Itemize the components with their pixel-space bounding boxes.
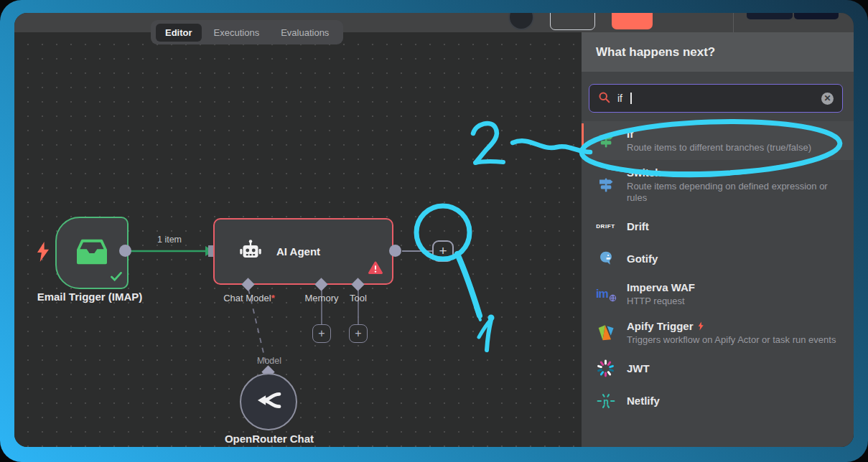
screenshot-stage: Email Trigger (IMAP) 1 item AI Agent + C… — [0, 0, 868, 462]
app-window: Email Trigger (IMAP) 1 item AI Agent + C… — [14, 13, 854, 447]
node-item-name: Apify Trigger — [627, 320, 836, 332]
tab-evaluations[interactable]: Evaluations — [271, 24, 338, 42]
email-trigger-node[interactable] — [55, 217, 129, 289]
check-icon — [111, 271, 122, 284]
ai-agent-title: AI Agent — [276, 245, 320, 258]
robot-icon — [238, 238, 263, 265]
gotify-icon — [596, 249, 615, 268]
netlify-icon: n — [596, 391, 615, 410]
openrouter-node-label: OpenRouter Chat Model — [212, 432, 327, 447]
node-list-item[interactable]: nNetlify — [582, 385, 854, 417]
text-caret — [630, 93, 632, 104]
avatar[interactable] — [508, 13, 534, 30]
agent-output-connector[interactable] — [389, 245, 401, 257]
add-tool-button[interactable]: + — [349, 324, 368, 343]
lightning-bolt-icon — [34, 241, 52, 265]
svg-text:n: n — [603, 396, 609, 406]
node-item-name: Switch — [627, 166, 842, 179]
jwt-icon — [596, 359, 615, 378]
node-item-description: Route items to different branches (true/… — [627, 142, 811, 154]
search-icon — [598, 91, 610, 106]
header-dark-button-left[interactable] — [747, 13, 793, 19]
trigger-bolt-icon — [694, 320, 705, 332]
model-port-label: Model — [241, 356, 298, 366]
node-list-item[interactable]: imImperva WAFHTTP request — [582, 275, 854, 314]
header-dark-button-right[interactable] — [794, 13, 839, 19]
node-item-description: HTTP request — [627, 296, 695, 307]
node-item-name: JWT — [627, 362, 650, 374]
node-item-name: Gotify — [627, 253, 658, 265]
add-memory-button[interactable]: + — [312, 324, 331, 343]
secondary-action-button[interactable] — [550, 13, 595, 30]
node-list-item[interactable]: JWT — [582, 352, 854, 385]
clear-circle-icon[interactable]: ✕ — [821, 93, 834, 105]
tab-executions[interactable]: Executions — [205, 24, 269, 42]
node-item-name: Imperva WAF — [627, 281, 695, 293]
tool-port-label: Tool — [341, 293, 375, 303]
drift-icon: DRIFT — [596, 217, 615, 236]
primary-action-button[interactable] — [612, 13, 653, 29]
top-header-bar — [14, 13, 854, 32]
node-item-description: Triggers workflow on Apify Actor or task… — [627, 334, 836, 346]
node-list-item[interactable]: IfRoute items to different branches (tru… — [582, 121, 854, 160]
node-list-item[interactable]: Apify TriggerTriggers workflow on Apify … — [582, 314, 854, 352]
email-output-connector[interactable] — [119, 245, 131, 257]
apify-icon — [596, 324, 615, 343]
node-item-name: Netlify — [627, 395, 660, 407]
openrouter-icon — [255, 387, 282, 417]
node-list-item[interactable]: SwitchRoute items depending on defined e… — [582, 160, 854, 210]
node-picker-panel: What happens next? if ✕ IfRoute items to… — [582, 32, 854, 447]
search-input[interactable]: if ✕ — [589, 84, 843, 113]
connection-items-count: 1 item — [144, 235, 195, 245]
node-item-name: If — [627, 128, 811, 140]
switch-icon — [596, 176, 615, 195]
node-item-description: Route items depending on defined express… — [627, 181, 842, 204]
imperva-icon: im — [596, 285, 615, 304]
tab-editor[interactable]: Editor — [156, 24, 202, 42]
node-list-item[interactable]: DRIFTDrift — [582, 210, 854, 242]
if-icon — [596, 131, 615, 151]
view-tabs: Editor Executions Evaluations — [151, 20, 343, 44]
warning-triangle-icon — [368, 261, 383, 278]
ai-agent-node[interactable]: AI Agent — [213, 218, 393, 285]
add-next-node-button[interactable]: + — [432, 240, 454, 262]
search-value: if — [617, 93, 622, 104]
chat-model-port-label: Chat Model* — [216, 293, 282, 303]
header-divider — [733, 13, 734, 32]
node-list: IfRoute items to different branches (tru… — [582, 118, 854, 417]
inbox-icon — [75, 237, 108, 270]
openrouter-chat-model-node[interactable] — [240, 373, 297, 430]
panel-title: What happens next? — [582, 32, 854, 72]
email-trigger-label: Email Trigger (IMAP) — [18, 291, 162, 303]
node-list-item[interactable]: Gotify — [582, 242, 854, 275]
node-item-name: Drift — [627, 220, 649, 232]
